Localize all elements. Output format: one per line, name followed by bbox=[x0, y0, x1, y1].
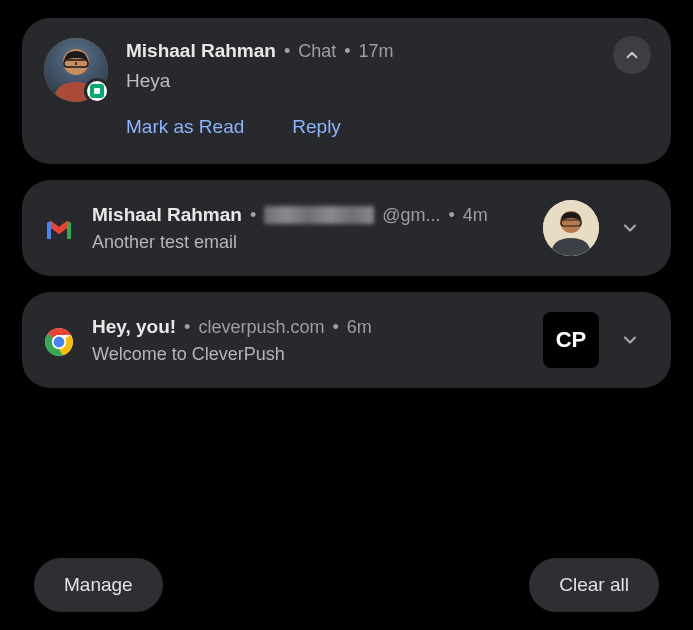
chevron-down-icon bbox=[620, 330, 640, 350]
message-text: Heya bbox=[126, 70, 649, 92]
chevron-down-icon bbox=[620, 218, 640, 238]
expand-button[interactable] bbox=[611, 321, 649, 359]
reply-button[interactable]: Reply bbox=[292, 116, 341, 138]
notification-chrome[interactable]: Hey, you! • cleverpush.com • 6m Welcome … bbox=[22, 292, 671, 388]
notification-body: Welcome to CleverPush bbox=[92, 344, 525, 365]
timestamp: 17m bbox=[359, 41, 394, 62]
notification-title: Hey, you! bbox=[92, 316, 176, 338]
timestamp: 4m bbox=[463, 205, 488, 226]
manage-button[interactable]: Manage bbox=[34, 558, 163, 612]
sender-name: Mishaal Rahman bbox=[126, 40, 276, 62]
gmail-icon bbox=[44, 215, 74, 245]
notification-gmail[interactable]: Mishaal Rahman • @gm... • 4m Another tes… bbox=[22, 180, 671, 276]
chevron-up-icon bbox=[623, 46, 641, 64]
email-subject: Another test email bbox=[92, 232, 525, 253]
collapse-button[interactable] bbox=[613, 36, 651, 74]
site-thumb: CP bbox=[543, 312, 599, 368]
notification-chat[interactable]: Mishaal Rahman • Chat • 17m Heya Mark as… bbox=[22, 18, 671, 164]
notification-footer: Manage Clear all bbox=[22, 552, 671, 612]
chat-app-badge-icon bbox=[84, 78, 110, 104]
sender-name: Mishaal Rahman bbox=[92, 204, 242, 226]
sender-photo-thumb bbox=[543, 200, 599, 256]
thumb-text: CP bbox=[556, 327, 587, 353]
app-name: Chat bbox=[298, 41, 336, 62]
chrome-icon bbox=[44, 327, 74, 357]
redacted-email bbox=[264, 206, 374, 224]
timestamp: 6m bbox=[347, 317, 372, 338]
email-suffix: @gm... bbox=[382, 205, 440, 226]
sender-avatar bbox=[44, 38, 108, 102]
clear-all-button[interactable]: Clear all bbox=[529, 558, 659, 612]
mark-as-read-button[interactable]: Mark as Read bbox=[126, 116, 244, 138]
source-site: cleverpush.com bbox=[198, 317, 324, 338]
expand-button[interactable] bbox=[611, 209, 649, 247]
